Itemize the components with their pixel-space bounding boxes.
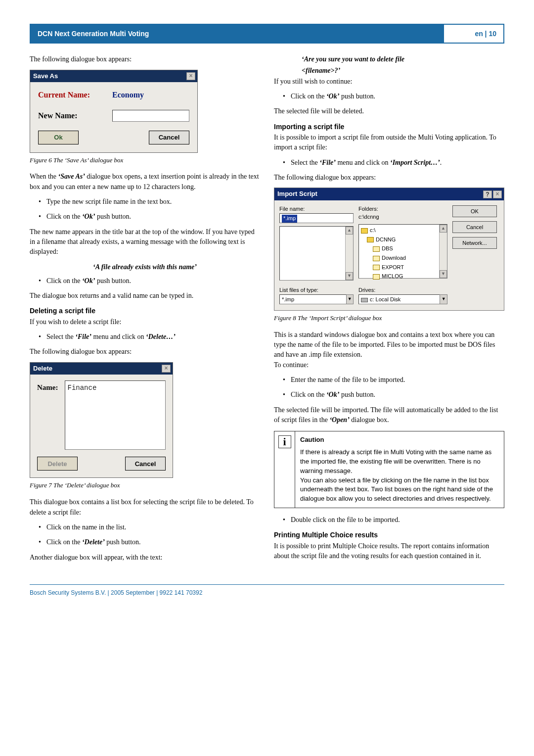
text: It is possible to print Multiple Choice … [274, 541, 504, 562]
help-icon[interactable]: ? [483, 190, 492, 198]
header-title: DCN Next Generation Multi Voting [31, 25, 444, 43]
confirm-message: ‘Are you sure you want to delete file [302, 54, 504, 64]
name-label: Name: [37, 380, 58, 450]
folder-open-icon [361, 228, 368, 234]
listtype-label: List files of type: [279, 286, 354, 294]
drives-label: Drives: [358, 286, 447, 294]
caution-text: If there is already a script file in Mul… [300, 448, 499, 476]
figure-caption: Figure 7 The ‘Delete’ dialogue box [30, 481, 260, 490]
list-item: Click on the ‘Ok’ push button. [39, 212, 260, 222]
list-item: Double click on the file to be imported. [283, 515, 504, 525]
folder-tree[interactable]: c:\ DCNNG DBS Download EXPORT MICLOG ▲▼ [358, 224, 447, 279]
filename-input[interactable]: *.imp [279, 213, 354, 223]
chevron-down-icon[interactable]: ▼ [346, 294, 354, 304]
ok-button[interactable]: Ok [38, 131, 79, 144]
info-icon: i [274, 431, 295, 508]
text: If you still wish to continue: [274, 77, 504, 87]
scroll-up-icon[interactable]: ▲ [346, 227, 353, 235]
text: The following dialogue box appears: [30, 347, 260, 357]
folder-open-icon [367, 237, 374, 242]
name-listbox[interactable]: Finance [65, 380, 166, 450]
close-icon[interactable]: × [493, 190, 502, 198]
text: Another dialogue box will appear, with t… [30, 553, 260, 563]
text: If you wish to delete a script file: [30, 317, 260, 327]
text: This dialogue box contains a list box fo… [30, 497, 260, 518]
list-item: Click on the ‘Delete’ push button. [39, 537, 260, 547]
warning-message: ‘A file already exists with this name’ [30, 262, 260, 272]
saveas-title: Save As [33, 72, 58, 81]
drive-icon [361, 298, 368, 302]
network-button[interactable]: Network... [452, 237, 497, 249]
cancel-button[interactable]: Cancel [149, 131, 189, 144]
import-script-dialog: Import Script ? × File name: *.imp ▲▼ [274, 188, 504, 311]
list-item: Type the new script file name in the tex… [39, 197, 260, 207]
figure-caption: Figure 6 The ‘Save As’ dialogue box [30, 156, 260, 165]
figure-caption: Figure 8 The ‘Import Script’ dialogue bo… [274, 314, 504, 323]
section-heading: Deleting a script file [30, 306, 260, 316]
delete-title: Delete [33, 364, 52, 374]
listtype-combo[interactable]: *.imp▼ [279, 294, 354, 304]
delete-button[interactable]: Delete [37, 457, 78, 471]
right-column: ‘Are you sure you want to delete file <f… [274, 54, 504, 567]
caution-box: i Caution If there is already a script f… [274, 431, 504, 508]
folder-icon [373, 256, 380, 261]
list-item: Click on the ‘Ok’ push button. [283, 390, 504, 400]
section-heading: Importing a script file [274, 122, 504, 132]
current-name-value: Economy [112, 89, 144, 100]
text: The new name appears in the title bar at… [30, 227, 260, 257]
ok-button[interactable]: OK [452, 205, 497, 217]
list-item: Enter the name of the file to be importe… [283, 375, 504, 385]
file-listbox[interactable]: ▲▼ [279, 226, 354, 281]
folder-icon [373, 265, 380, 270]
text: The selected file will be deleted. [274, 106, 504, 116]
current-name-label: Current Name: [38, 89, 112, 100]
cancel-button[interactable]: Cancel [452, 221, 497, 233]
text: This is a standard windows dialogue box … [274, 330, 504, 370]
caution-title: Caution [300, 435, 499, 445]
list-item: Select the ‘File’ menu and click on ‘Imp… [283, 158, 504, 168]
folder-icon [373, 246, 380, 252]
list-item: Click on the ‘Ok’ push button. [283, 92, 504, 101]
list-item: Select the ‘File’ menu and click on ‘Del… [39, 332, 260, 342]
page-footer: Bosch Security Systems B.V. | 2005 Septe… [30, 584, 504, 597]
filename-label: File name: [279, 205, 354, 213]
text: The selected file will be imported. The … [274, 405, 504, 425]
drives-combo[interactable]: c: Local Disk▼ [358, 294, 447, 304]
scroll-down-icon[interactable]: ▼ [440, 270, 447, 278]
section-heading: Printing Multiple Choice results [274, 530, 504, 540]
folders-path: c:\dcnng [358, 213, 447, 221]
text: The following dialogue box appears: [30, 54, 260, 64]
scroll-up-icon[interactable]: ▲ [440, 225, 447, 233]
import-title: Import Script [277, 189, 317, 199]
new-name-label: New Name: [38, 110, 112, 121]
folders-label: Folders: [358, 205, 447, 213]
chevron-down-icon[interactable]: ▼ [440, 294, 447, 304]
new-name-input[interactable] [112, 110, 189, 122]
header-page: en | 10 [444, 25, 503, 43]
list-item: Click on the ‘Ok’ push button. [39, 276, 260, 286]
close-icon[interactable]: × [162, 365, 171, 373]
confirm-message: <filename>?’ [302, 66, 504, 76]
left-column: The following dialogue box appears: Save… [30, 54, 260, 567]
scroll-down-icon[interactable]: ▼ [346, 272, 353, 280]
text: When the ‘Save As’ dialogue box opens, a… [30, 172, 260, 192]
text: It is possible to import a script file f… [274, 133, 504, 153]
close-icon[interactable]: × [186, 72, 195, 80]
delete-dialog: Delete × Name: Finance Delete Cancel [30, 362, 173, 478]
saveas-dialog: Save As × Current Name: Economy New Name… [30, 70, 198, 153]
list-item: Click on the name in the list. [39, 522, 260, 532]
page-header: DCN Next Generation Multi Voting en | 10 [30, 24, 504, 44]
caution-text: You can also select a file by clicking o… [300, 476, 499, 504]
text: The following dialogue box appears: [274, 173, 504, 183]
cancel-button[interactable]: Cancel [125, 457, 166, 471]
text: The dialogue box returns and a valid nam… [30, 291, 260, 301]
folder-icon [373, 274, 380, 280]
